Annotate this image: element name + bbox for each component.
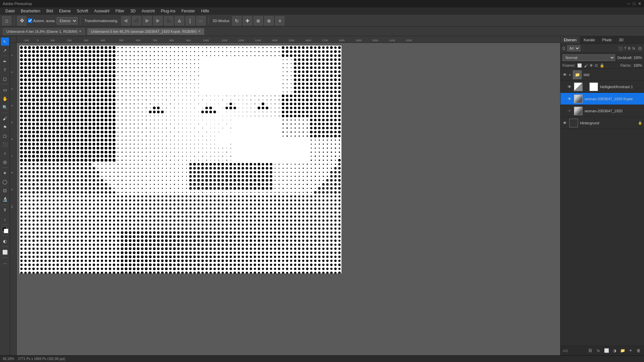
3d-rotate-btn[interactable]: ↻ <box>232 16 241 25</box>
blur-tool[interactable]: ◎ <box>1 158 9 166</box>
document-tab-1[interactable]: Unbenannt-4 bei 16,8% (Ebene 1, RGB/8#) … <box>3 28 85 35</box>
menu-filter[interactable]: Filter <box>113 8 127 14</box>
auto-select-checkbox[interactable]: Autom. ausw. <box>28 18 55 23</box>
menu-hilfe[interactable]: Hilfe <box>199 8 212 14</box>
eye-icon-hintergrund[interactable]: 👁 <box>562 121 567 125</box>
lasso-tool[interactable]: ◯ <box>1 178 9 186</box>
align-left-btn[interactable]: ⫷ <box>121 16 130 25</box>
brush-tool[interactable]: 🖌 <box>1 114 9 122</box>
align-vert-btn[interactable]: | <box>185 16 195 25</box>
align-middle-btn[interactable]: ⬛ <box>164 16 173 25</box>
eye-icon-woman[interactable]: 👁 <box>567 109 572 113</box>
lock-position-btn[interactable]: ✥ <box>590 63 593 68</box>
add-style-btn[interactable]: fx <box>595 347 602 354</box>
blend-mode-select[interactable]: Normal <box>562 54 615 61</box>
lock-all-btn[interactable]: 🔒 <box>600 63 604 68</box>
close-btn[interactable]: ✕ <box>638 1 641 6</box>
align-center-btn[interactable]: ⬛ <box>132 16 141 25</box>
hand-tool[interactable]: ✋ <box>1 95 9 103</box>
magic-wand-tool[interactable]: ⁕ <box>1 169 9 177</box>
stamp-tool[interactable]: ⚑ <box>1 123 9 131</box>
layer-woman-kopie[interactable]: 👁 woman-2003647_1920 Kopie <box>560 93 644 105</box>
path-select-tool[interactable]: ◻ <box>1 75 9 83</box>
tab-3d[interactable]: 3D <box>615 36 627 44</box>
tab-kanale[interactable]: Kanäle <box>580 36 599 44</box>
menu-ansicht[interactable]: Ansicht <box>139 8 157 14</box>
3d-walk-btn[interactable]: ⊗ <box>264 16 274 25</box>
dodge-tool[interactable]: ○ <box>1 149 9 157</box>
3d-extra-btn[interactable]: ≡ <box>275 16 284 25</box>
text-tool[interactable]: T <box>1 66 9 74</box>
eye-icon-helligkeit[interactable]: 👁 <box>567 84 572 89</box>
add-layer-btn[interactable]: + <box>627 347 634 354</box>
screen-mode-tool[interactable]: ⬜ <box>1 248 9 256</box>
add-mask-btn[interactable]: ⬜ <box>603 347 610 354</box>
type-tool[interactable]: T <box>1 206 9 214</box>
filter-icon-4[interactable]: fx <box>632 46 635 50</box>
crop-tool[interactable]: ⊡ <box>1 186 9 194</box>
filter-icon-2[interactable]: T <box>624 46 627 50</box>
align-right-btn[interactable]: ⫸ <box>143 16 152 25</box>
lock-artboard-btn[interactable]: ⊡ <box>595 63 598 68</box>
expand-icon[interactable]: ▸ <box>569 73 571 76</box>
home-button[interactable]: ⌂ <box>2 16 11 25</box>
menu-fenster[interactable]: Fenster <box>179 8 198 14</box>
selection-tool[interactable]: ↖ <box>1 38 9 46</box>
fill-value[interactable]: 100% <box>633 64 642 67</box>
layer-type-filter[interactable]: Art <box>567 45 580 51</box>
align-top-btn[interactable]: ⫸ <box>153 16 163 25</box>
gradient-tool[interactable]: ⬛ <box>1 140 9 148</box>
rectangle-tool[interactable]: ▭ <box>1 86 9 94</box>
tab-pfade[interactable]: Pfade <box>599 36 615 44</box>
canvas-wrapper[interactable] <box>17 43 560 355</box>
lock-transparent-btn[interactable]: ⬜ <box>577 63 582 68</box>
link-layers-btn[interactable]: ⛓ <box>587 347 594 354</box>
layer-helligkeit[interactable]: 👁 Helligkeit/Kontrast 1 <box>560 81 644 93</box>
menu-plugins[interactable]: Plug-ins <box>158 8 178 14</box>
filter-icon-1[interactable]: ⬛ <box>618 46 623 51</box>
eye-icon-group[interactable]: 👁 <box>562 72 567 77</box>
tab-1-close[interactable]: ✕ <box>79 29 82 33</box>
menu-3d[interactable]: 3D <box>128 8 138 14</box>
3d-zoom-btn[interactable]: ⊕ <box>254 16 263 25</box>
3d-pan-btn[interactable]: ✚ <box>243 16 252 25</box>
tab-ebenen[interactable]: Ebenen <box>560 36 580 44</box>
more-options-btn[interactable]: ··· <box>196 16 206 25</box>
filter-toggle[interactable]: ⊙ <box>638 46 642 51</box>
auto-select-input[interactable] <box>28 18 32 23</box>
canvas-area[interactable]: -100 0 100 200 300 400 500 600 700 800 9… <box>10 36 560 355</box>
foreground-color[interactable] <box>1 226 9 234</box>
menu-bild[interactable]: Bild <box>44 8 56 14</box>
eyedropper-tool[interactable]: 🔬 <box>1 195 9 203</box>
eraser-tool[interactable]: ◻ <box>1 132 9 140</box>
pen-tool[interactable]: ✒ <box>1 57 9 65</box>
move-tool-btn[interactable]: ✥ <box>17 16 26 25</box>
align-bottom-btn[interactable]: ⫷ <box>175 16 184 25</box>
maximize-btn[interactable]: □ <box>633 1 635 6</box>
zoom-tool[interactable]: 🔍 <box>1 103 9 111</box>
layer-hintergrund[interactable]: 👁 Hintergrund 🔒 <box>560 117 644 129</box>
opacity-value[interactable]: 100% <box>633 56 642 60</box>
add-adjustment-btn[interactable]: ◑ <box>611 347 618 354</box>
direct-select-tool[interactable]: ↗ <box>1 46 9 54</box>
delete-layer-btn[interactable]: 🗑 <box>635 347 642 354</box>
minimize-btn[interactable]: ─ <box>627 1 630 6</box>
layer-group-bild[interactable]: 👁 ▸ 📁 bild <box>560 69 644 81</box>
filter-icon-3[interactable]: ⚙ <box>628 46 631 51</box>
layer-select[interactable]: Ebene <box>57 17 77 24</box>
menu-schrift[interactable]: Schrift <box>74 8 91 14</box>
window-controls[interactable]: ─ □ ✕ <box>627 1 641 6</box>
menu-auswahl[interactable]: Auswahl <box>92 8 112 14</box>
document-tab-2[interactable]: Unbenannt-5 bei 46,2% (woman-2003647_192… <box>87 28 204 35</box>
menu-datei[interactable]: Datei <box>3 8 17 14</box>
quick-mask-tool[interactable]: ◐ <box>1 237 9 245</box>
add-folder-btn[interactable]: 📁 <box>619 347 626 354</box>
layer-woman[interactable]: 👁 woman-2003647_1920 <box>560 105 644 117</box>
shape-tool[interactable]: ↓ <box>1 215 9 223</box>
menu-ebene[interactable]: Ebene <box>56 8 73 14</box>
lock-image-btn[interactable]: 🖌 <box>584 64 588 68</box>
extra-tools[interactable]: ··· <box>1 259 9 267</box>
menu-bearbeiten[interactable]: Bearbeiten <box>18 8 43 14</box>
tab-2-close[interactable]: ✕ <box>198 29 201 33</box>
eye-icon-woman-kopie[interactable]: 👁 <box>567 97 572 101</box>
